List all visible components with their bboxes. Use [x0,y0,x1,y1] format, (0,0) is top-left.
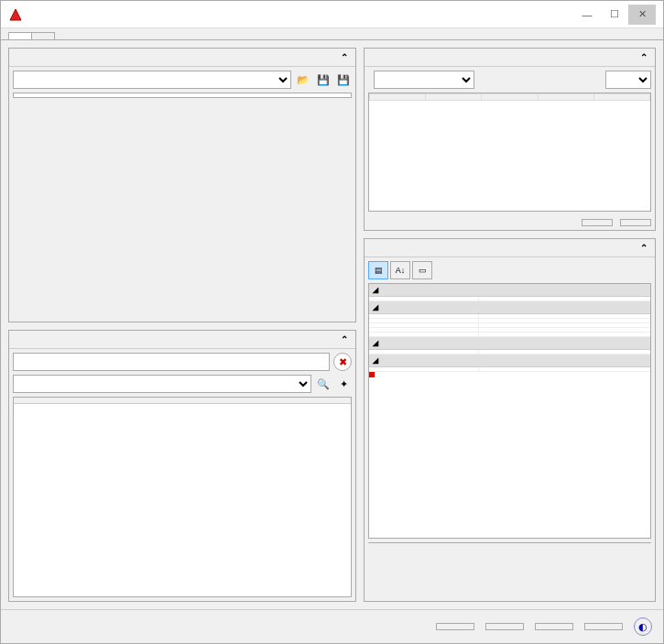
collapse-icon[interactable]: ⌃ [341,52,348,62]
customizations-panel: ⌃ 📂 💾 💾 [8,48,356,322]
col-command[interactable] [126,398,239,404]
type-select[interactable] [374,71,474,89]
context-help-icon[interactable]: ◐ [634,617,652,636]
print-button[interactable] [620,219,651,226]
app-logo [8,7,23,22]
new-command-icon[interactable]: ✦ [335,376,352,392]
collapse-icon[interactable]: ⌃ [640,52,648,62]
clear-search-button[interactable]: ✖ [333,353,352,371]
cui-window: — ☐ ✕ ⌃ 📂 [0,0,664,644]
categorized-icon[interactable]: ▤ [368,261,388,279]
section-command: ◢ [369,301,650,314]
properties-panel: ⌃ ▤ A↓ ▭ ◢ ◢ [364,238,656,602]
customizations-header: ⌃ [9,49,355,67]
alphabetical-icon[interactable]: A↓ [390,261,410,279]
dialog-body: ⌃ 📂 💾 💾 [1,39,663,609]
property-description [368,542,651,597]
status-select[interactable] [605,71,651,89]
help-button[interactable] [584,623,623,630]
shortcuts-table[interactable] [368,93,651,212]
command-list-header: ⌃ [9,331,355,349]
minimize-button[interactable]: — [573,5,601,25]
shortcuts-buttons [365,212,655,230]
dialog-footer: ◐ [1,609,663,643]
maximize-button[interactable]: ☐ [601,5,628,25]
find-icon[interactable]: 🔍 [315,376,332,392]
save-icon[interactable]: 💾 [315,71,332,88]
command-filter-row: 🔍 ✦ [13,375,352,393]
customization-file-select[interactable] [13,71,291,89]
col-name[interactable] [426,94,482,101]
shortcuts-panel: ⌃ [364,48,656,231]
command-filter-select[interactable] [13,375,311,393]
window-buttons: — ☐ ✕ [573,5,656,25]
section-advanced: ◢ [369,355,650,367]
properties-body: ▤ A↓ ▭ ◢ ◢ ◢ ◢ [365,257,655,601]
copy-clipboard-button[interactable] [582,219,613,226]
col-keys[interactable] [482,94,538,101]
shortcuts-filter-row [365,67,655,93]
apply-button[interactable] [535,623,573,630]
close-button[interactable]: ✕ [628,5,656,25]
properties-grid[interactable]: ◢ ◢ ◢ ◢ [368,283,651,539]
collapse-icon[interactable]: ⌃ [640,243,648,253]
command-search-row: ✖ [13,353,352,371]
properties-toolbar: ▤ A↓ ▭ [368,261,651,279]
section-access: ◢ [369,337,650,350]
col-src[interactable] [593,94,649,101]
command-list-panel: ⌃ ✖ 🔍 ✦ [8,330,356,602]
ok-button[interactable] [436,623,474,630]
highlight-annotation [369,372,375,377]
right-column: ⌃ [364,48,656,602]
command-table[interactable] [13,397,352,597]
command-search-input[interactable] [13,353,330,371]
left-column: ⌃ 📂 💾 💾 [8,48,356,602]
command-list-body: ✖ 🔍 ✦ [9,349,355,601]
saveall-icon[interactable]: 💾 [335,71,352,88]
titlebar: — ☐ ✕ [1,1,663,28]
customizations-body: 📂 💾 💾 [9,67,355,102]
col-type[interactable] [538,94,593,101]
section-general: ◢ [369,284,650,297]
shortcuts-body [365,67,655,230]
customization-tree[interactable] [13,93,352,98]
col-source[interactable] [238,398,351,404]
customizations-filter-row: 📂 💾 💾 [13,71,352,89]
open-icon[interactable]: 📂 [295,71,311,88]
collapse-icon[interactable]: ⌃ [341,334,348,344]
properties-header: ⌃ [365,239,655,257]
cancel-button[interactable] [485,623,524,630]
props-panes-icon[interactable]: ▭ [412,261,432,279]
shortcuts-header: ⌃ [365,49,655,67]
